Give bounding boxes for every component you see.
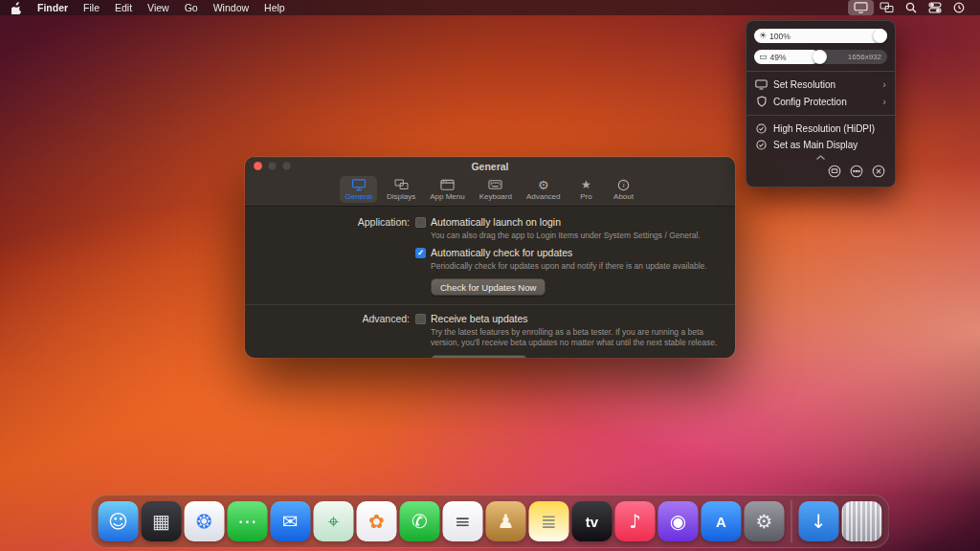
more-options-icon[interactable] bbox=[850, 165, 863, 180]
tab-label: About bbox=[613, 192, 634, 201]
screen-capture-icon[interactable] bbox=[828, 165, 841, 180]
apple-menu-icon[interactable] bbox=[10, 2, 30, 14]
close-panel-icon[interactable] bbox=[872, 165, 885, 180]
mail-icon[interactable]: ✉ bbox=[271, 501, 311, 541]
toolbar: GeneralDisplaysApp MenuKeyboard⚙Advanced… bbox=[245, 175, 735, 207]
displays-icon[interactable] bbox=[874, 0, 900, 15]
star-icon: ★ bbox=[581, 178, 591, 191]
section-label: Application: bbox=[245, 215, 415, 298]
section-divider bbox=[245, 304, 735, 305]
menu-item-config-protection[interactable]: Config Protection › bbox=[754, 93, 887, 110]
panel-divider bbox=[746, 71, 895, 72]
chevron-right-icon: › bbox=[882, 79, 886, 90]
help-text: Periodically check for updates upon and … bbox=[431, 261, 722, 272]
tab-pro[interactable]: ★Pro bbox=[570, 176, 603, 203]
resolution-slider[interactable]: ▭ 49% 1656x932 bbox=[754, 50, 887, 64]
settings-icon[interactable]: ⚙ bbox=[745, 501, 785, 541]
collapse-chevron-icon[interactable] bbox=[754, 153, 887, 161]
minimize-button[interactable] bbox=[268, 162, 277, 170]
displays-icon bbox=[394, 178, 409, 191]
notes-icon[interactable]: ≣ bbox=[529, 501, 569, 541]
tab-general[interactable]: General bbox=[340, 176, 376, 203]
finder-icon[interactable]: ☺ bbox=[99, 501, 139, 541]
tab-label: Pro bbox=[580, 192, 591, 201]
trash-icon[interactable] bbox=[842, 501, 882, 541]
tab-label: Advanced bbox=[526, 192, 561, 201]
display-icon[interactable] bbox=[848, 0, 874, 15]
contacts-icon[interactable]: ♟ bbox=[486, 501, 526, 541]
tab-advanced[interactable]: ⚙Advanced bbox=[522, 176, 566, 203]
help-text: Try the latest features by enrolling as … bbox=[431, 327, 722, 348]
tab-keyboard[interactable]: Keyboard bbox=[475, 176, 517, 203]
tab-label: Displays bbox=[387, 192, 415, 201]
control-center-icon[interactable] bbox=[923, 0, 947, 15]
resolution-value: 49% bbox=[770, 53, 787, 62]
brightness-slider[interactable]: ☀ 100% bbox=[754, 29, 887, 43]
window-title: General bbox=[245, 157, 735, 176]
panel-footer bbox=[754, 165, 887, 180]
music-icon[interactable]: ♪ bbox=[615, 501, 656, 541]
monitor-icon bbox=[351, 178, 367, 191]
safari-icon[interactable]: ❂ bbox=[185, 501, 225, 541]
svg-text:i: i bbox=[622, 181, 624, 189]
reset-app-settings-button[interactable]: Reset App Settings bbox=[431, 355, 527, 358]
menu-view[interactable]: View bbox=[140, 0, 177, 15]
app-menu-icon bbox=[440, 178, 455, 191]
tab-displays[interactable]: Displays bbox=[382, 176, 420, 203]
menu-edit[interactable]: Edit bbox=[107, 0, 140, 15]
tv-icon[interactable]: tv bbox=[572, 501, 612, 541]
menu-app-name[interactable]: Finder bbox=[30, 0, 76, 15]
chevron-right-icon: › bbox=[882, 97, 886, 107]
spotlight-icon[interactable] bbox=[900, 0, 923, 15]
checkbox-box[interactable] bbox=[415, 217, 426, 228]
option-high-resolution-hidpi[interactable]: High Resolution (HiDPI) bbox=[754, 121, 887, 137]
option-set-as-main-display[interactable]: Set as Main Display bbox=[754, 137, 887, 153]
menu-window[interactable]: Window bbox=[206, 0, 256, 15]
display-panel: ☀ 100% ▭ 49% 1656x932 Set Resolution › C… bbox=[746, 20, 896, 187]
photos-icon[interactable]: ✿ bbox=[357, 501, 397, 541]
menu-help[interactable]: Help bbox=[256, 0, 293, 15]
tab-label: App Menu bbox=[430, 192, 464, 201]
menu-bar: Finder FileEditViewGoWindowHelp bbox=[0, 0, 980, 15]
resolution-display-icon: ▭ bbox=[759, 53, 768, 61]
checkbox-check-for-updates[interactable]: Automatically check for updates bbox=[415, 246, 722, 260]
brightness-value: 100% bbox=[769, 32, 791, 41]
title-bar[interactable]: General bbox=[245, 157, 735, 175]
appstore-icon[interactable]: A bbox=[702, 501, 742, 541]
facetime-icon[interactable]: ✆ bbox=[400, 501, 440, 541]
podcasts-icon[interactable]: ◉ bbox=[658, 501, 699, 541]
tab-label: Keyboard bbox=[479, 192, 512, 201]
menu-file[interactable]: File bbox=[76, 0, 107, 15]
check-circle-icon bbox=[755, 123, 768, 134]
reminders-icon[interactable]: ≡ bbox=[443, 501, 483, 541]
checkbox-receive-beta-updates[interactable]: Receive beta updates bbox=[415, 312, 722, 326]
tab-app-menu[interactable]: App Menu bbox=[425, 176, 469, 203]
close-button[interactable] bbox=[254, 162, 262, 170]
check-circle-icon bbox=[755, 140, 768, 150]
settings-window: General GeneralDisplaysApp MenuKeyboard⚙… bbox=[245, 157, 735, 358]
brightness-slider-knob[interactable] bbox=[873, 29, 887, 43]
resolution-label: 1656x932 bbox=[848, 50, 881, 64]
menu-item-set-resolution[interactable]: Set Resolution › bbox=[754, 77, 887, 93]
checkbox-box[interactable] bbox=[415, 248, 426, 258]
panel-divider bbox=[746, 115, 895, 116]
brightness-sun-icon: ☀ bbox=[759, 32, 767, 40]
check-for-updates-button[interactable]: Check for Updates Now bbox=[431, 278, 546, 296]
clock-icon[interactable] bbox=[947, 0, 970, 15]
downloads-icon[interactable]: ↓ bbox=[799, 501, 839, 541]
info-icon: i bbox=[617, 178, 630, 191]
checkbox-box[interactable] bbox=[415, 314, 426, 324]
menu-go[interactable]: Go bbox=[177, 0, 206, 15]
gear-icon: ⚙ bbox=[538, 178, 549, 191]
keyboard-icon bbox=[488, 178, 502, 191]
dock-divider bbox=[791, 500, 792, 542]
shield-icon bbox=[755, 96, 768, 107]
maps-icon[interactable]: ⌖ bbox=[314, 501, 354, 541]
messages-icon[interactable]: ⋯ bbox=[228, 501, 268, 541]
launchpad-icon[interactable]: ▦ bbox=[142, 501, 182, 541]
zoom-button[interactable] bbox=[282, 162, 291, 170]
tab-about[interactable]: iAbout bbox=[608, 176, 640, 203]
help-text: You can also drag the app to Login Items… bbox=[431, 231, 722, 241]
checkbox-launch-on-login[interactable]: Automatically launch on login bbox=[415, 215, 722, 230]
resolution-slider-knob[interactable] bbox=[813, 50, 827, 64]
